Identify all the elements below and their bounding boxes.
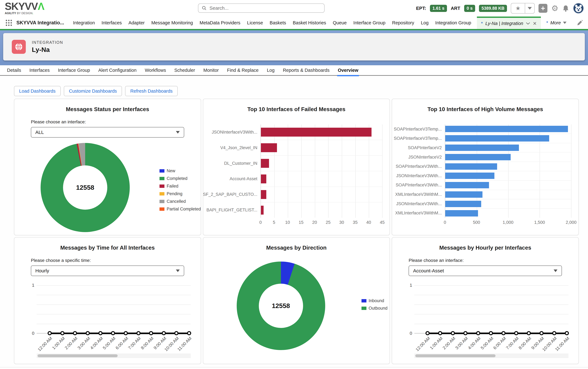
nav-tab-integration[interactable]: Integration	[73, 20, 95, 25]
global-header: SKYVVΛ AGILITY BY DESIGN. EPT: 1.61 s AR…	[0, 0, 588, 17]
subtab-monitor[interactable]: Monitor	[203, 68, 219, 73]
card-failed-messages: Top 10 Interfaces of Failed Messages JSO…	[203, 99, 390, 235]
app-launcher-icon[interactable]	[6, 20, 12, 26]
legend-swatch	[160, 177, 164, 180]
nav-left: SKYVVA Integratio...	[0, 17, 64, 29]
messages-by-time-line-chart: 1 0 12:00 AM1:00 AM2:00 AM3:00 AM4:00 AM…	[37, 285, 191, 358]
chart-scrollbar[interactable]	[37, 354, 191, 358]
close-icon[interactable]: ✕	[533, 21, 537, 26]
record-title: Ly-Na	[32, 46, 63, 53]
bar-category-labels: JSONInterfaceV3With...V4_Json_2level_IND…	[203, 124, 261, 218]
scrollbar-thumb[interactable]	[415, 354, 495, 357]
chevron-down-icon	[563, 22, 567, 24]
x-axis-labels: 12:00 AM1:00 AM2:00 AM3:00 AM4:00 AM5:00…	[37, 333, 191, 354]
y-axis-label: 1	[28, 283, 34, 288]
subtab-reports-dashboards[interactable]: Reports & Dashboards	[283, 68, 329, 73]
refresh-dashboards-button[interactable]: Refresh Dashboards	[125, 86, 178, 96]
subtab-scheduler[interactable]: Scheduler	[174, 68, 195, 73]
nav-tab-metadata-providers[interactable]: MetaData Providers	[200, 20, 240, 25]
subtab-overview-active[interactable]: Overview	[338, 68, 358, 73]
load-dashboards-button[interactable]: Load Dashboards	[14, 86, 61, 96]
art-label: ART	[451, 6, 460, 11]
nav-tab-interfaces[interactable]: Interfaces	[101, 20, 122, 25]
interface-select[interactable]: ALL	[31, 127, 184, 138]
legend-swatch	[160, 207, 164, 211]
chevron-down-icon	[554, 269, 558, 272]
nav-tab-baskets[interactable]: Baskets	[270, 20, 286, 25]
nav-tab-queue[interactable]: Queue	[333, 20, 347, 25]
nav-tab-lyna-integration-active[interactable]: * Ly-Na | Integration ✕	[477, 17, 541, 29]
chart-scrollbar[interactable]	[414, 354, 568, 358]
x-axis: 05001,0001,5002,000	[445, 220, 571, 227]
nav-tab-log[interactable]: Log	[421, 20, 428, 25]
time-select[interactable]: Hourly	[31, 266, 184, 276]
more-label: More	[550, 20, 561, 25]
nav-tab-license[interactable]: License	[247, 20, 263, 25]
messages-hourly-line-chart: 1 0 12:00 AM1:00 AM2:00 AM3:00 AM4:00 AM…	[414, 285, 568, 358]
edit-navigation-button[interactable]	[577, 17, 583, 29]
favorites-control[interactable]: ★	[511, 3, 535, 13]
globe-icon	[14, 42, 23, 51]
card-high-volume-messages: Top 10 Interfaces of High Volume Message…	[392, 99, 579, 235]
legend-swatch	[160, 192, 164, 195]
dashboard-toolbar: Load Dashboards Customize Dashboards Ref…	[14, 86, 178, 96]
dashboard-grid: Messages Status per Interfaces Please ch…	[14, 99, 579, 364]
chart-title: Top 10 Interfaces of High Volume Message…	[395, 106, 575, 113]
chevron-down-icon[interactable]	[526, 22, 530, 25]
interface-select[interactable]: Account-Asset	[409, 266, 562, 276]
notification-bell-icon[interactable]	[562, 5, 569, 12]
subtab-log[interactable]: Log	[267, 68, 274, 73]
time-filter: Please choose a specific time: Hourly	[31, 258, 184, 276]
nav-more-menu[interactable]: * More	[546, 17, 567, 29]
donut-center: 12558	[259, 284, 303, 328]
setup-gear-icon[interactable]: ⚙	[551, 4, 558, 12]
select-value: Account-Asset	[413, 268, 444, 274]
active-tab-label: Ly-Na | Integration	[485, 21, 523, 26]
legend-swatch	[362, 299, 366, 302]
subtab-alert-configuration[interactable]: Alert Configuration	[98, 68, 137, 73]
memory-badge: 5389.88 KB	[479, 5, 507, 12]
add-button[interactable]: +	[538, 4, 547, 13]
nav-tab-interface-group[interactable]: Interface Group	[353, 20, 385, 25]
filter-label: Please choose a specific time:	[31, 258, 184, 263]
star-icon[interactable]: ★	[511, 5, 525, 12]
plus-icon: +	[541, 5, 545, 12]
chart-title: Messages by Hourly per Interfaces	[395, 245, 575, 251]
nav-tab-basket-histories[interactable]: Basket Histories	[293, 20, 326, 25]
status-donut-chart: 12558	[41, 143, 130, 232]
user-avatar[interactable]	[573, 3, 584, 14]
header-utilities: EPT: 1.61 s ART 0 s 5389.88 KB ★ + ⚙	[416, 0, 584, 17]
x-axis-labels: 12:00 AM1:00 AM2:00 AM3:00 AM4:00 AM5:00…	[414, 333, 568, 354]
subtab-details[interactable]: Details	[7, 68, 21, 73]
search-icon	[202, 6, 207, 10]
nav-tab-message-monitoring[interactable]: Message Monitoring	[151, 20, 193, 25]
nav-tab-repository[interactable]: Repository	[392, 20, 414, 25]
nav-tab-integration-group[interactable]: Integration Group	[435, 20, 471, 25]
logo-accent: Λ	[38, 1, 44, 12]
subtab-find-replace[interactable]: Find & Replace	[227, 68, 259, 73]
record-banner: INTEGRATION Ly-Na	[0, 30, 588, 65]
legend-swatch	[160, 169, 164, 173]
subtab-interfaces[interactable]: Interfaces	[30, 68, 50, 73]
legend-swatch	[160, 200, 164, 203]
app-name: SKYVVA Integratio...	[16, 20, 64, 26]
subtab-workflows[interactable]: Workflows	[145, 68, 166, 73]
total-messages-value: 12558	[272, 302, 290, 310]
scrollbar-thumb[interactable]	[38, 354, 118, 357]
chart-title: Messages Status per Interfaces	[18, 106, 198, 113]
favorites-dropdown-button[interactable]	[525, 7, 534, 10]
customize-dashboards-button[interactable]: Customize Dashboards	[64, 86, 122, 96]
chevron-down-icon	[528, 7, 532, 10]
direction-legend: Inbound Outbound	[362, 298, 388, 311]
search-input[interactable]	[209, 5, 321, 11]
subtab-interface-group[interactable]: Interface Group	[58, 68, 90, 73]
donut-center: 12558	[63, 165, 107, 210]
ept-label: EPT:	[416, 6, 426, 11]
nav-tab-adapter[interactable]: Adapter	[128, 20, 145, 25]
y-axis-label: 0	[28, 331, 34, 336]
y-axis-label: 0	[406, 331, 412, 336]
nav-tabs: Integration Interfaces Adapter Message M…	[73, 17, 471, 29]
total-messages-value: 12558	[76, 184, 94, 191]
legend-item: Completed	[160, 176, 201, 181]
bar-plot-area	[261, 124, 382, 218]
